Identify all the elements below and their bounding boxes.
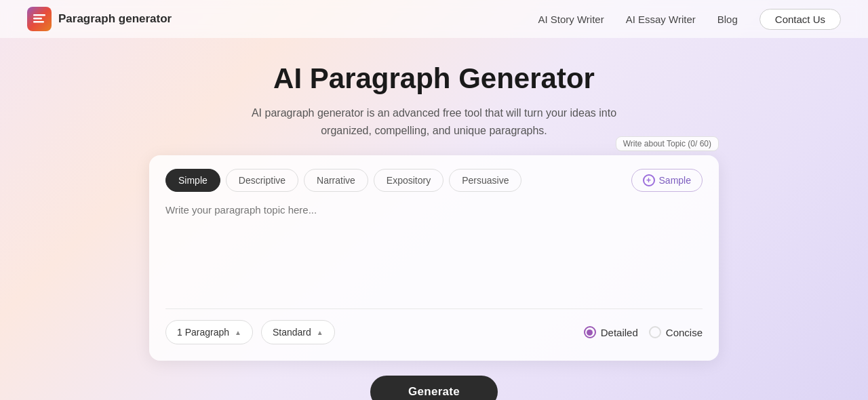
- tab-persuasive[interactable]: Persuasive: [449, 169, 521, 192]
- svg-rect-1: [33, 18, 42, 20]
- brand-logo: [27, 7, 52, 31]
- tabs-row: Simple Descriptive Narrative Expository …: [165, 169, 703, 192]
- sample-label: Sample: [659, 175, 691, 186]
- nav-ai-story-writer[interactable]: AI Story Writer: [538, 14, 604, 25]
- generate-button[interactable]: Generate: [370, 376, 498, 400]
- card-wrapper: Write about Topic (0/ 60) Simple Descrip…: [149, 155, 719, 361]
- tab-simple[interactable]: Simple: [165, 169, 220, 192]
- detail-options: Detailed Concise: [584, 326, 703, 338]
- navbar: Paragraph generator AI Story Writer AI E…: [0, 0, 868, 38]
- brand-name: Paragraph generator: [58, 12, 172, 26]
- svg-rect-2: [33, 21, 44, 23]
- style-dropdown[interactable]: Standard ▲: [261, 320, 335, 344]
- tab-narrative[interactable]: Narrative: [304, 169, 368, 192]
- main-content: AI Paragraph Generator AI paragraph gene…: [0, 38, 868, 400]
- concise-option[interactable]: Concise: [649, 326, 703, 338]
- detailed-radio[interactable]: [584, 326, 596, 338]
- concise-radio[interactable]: [649, 326, 661, 338]
- page-subtitle: AI paragraph generator is an advanced fr…: [231, 104, 637, 139]
- char-counter: Write about Topic (0/ 60): [616, 136, 719, 151]
- chevron-up-icon: ▲: [235, 329, 241, 336]
- tab-expository[interactable]: Expository: [374, 169, 443, 192]
- brand-link[interactable]: Paragraph generator: [27, 7, 172, 31]
- divider: [165, 308, 703, 309]
- contact-us-button[interactable]: Contact Us: [760, 9, 841, 30]
- tab-descriptive[interactable]: Descriptive: [226, 169, 298, 192]
- detailed-option[interactable]: Detailed: [584, 326, 638, 338]
- nav-links: AI Story Writer AI Essay Writer Blog Con…: [538, 9, 841, 30]
- bottom-controls: 1 Paragraph ▲ Standard ▲ Detailed: [165, 320, 703, 344]
- nav-blog[interactable]: Blog: [717, 14, 738, 25]
- detailed-label: Detailed: [601, 327, 638, 338]
- nav-ai-essay-writer[interactable]: AI Essay Writer: [626, 14, 696, 25]
- paragraph-topic-input[interactable]: [165, 203, 703, 298]
- sample-plus-icon: +: [643, 174, 655, 186]
- generator-card: Simple Descriptive Narrative Expository …: [149, 155, 719, 361]
- paragraph-count-value: 1 Paragraph: [177, 327, 229, 338]
- paragraph-count-dropdown[interactable]: 1 Paragraph ▲: [165, 320, 253, 344]
- style-value: Standard: [273, 327, 311, 338]
- svg-rect-0: [33, 14, 45, 16]
- concise-label: Concise: [666, 327, 703, 338]
- sample-button[interactable]: + Sample: [631, 169, 703, 192]
- detailed-radio-dot: [587, 329, 593, 336]
- chevron-up-icon-style: ▲: [317, 329, 323, 336]
- page-title: AI Paragraph Generator: [273, 62, 595, 95]
